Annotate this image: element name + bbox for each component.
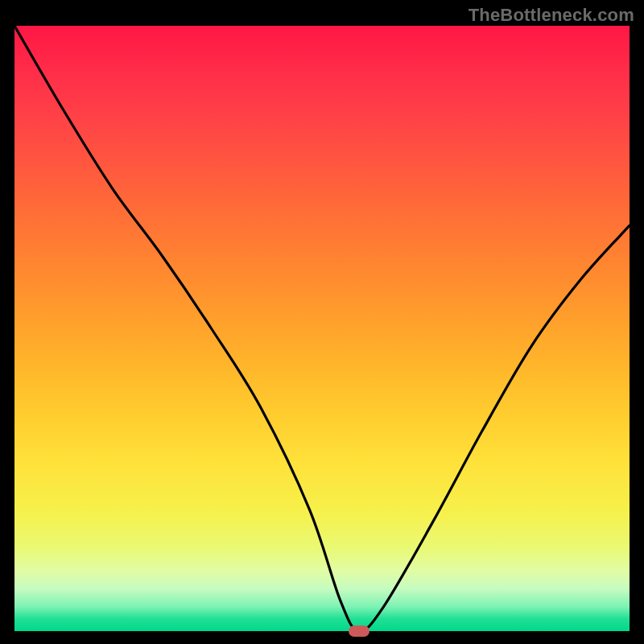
curve-svg	[14, 26, 630, 631]
chart-frame: TheBottleneck.com	[0, 0, 644, 644]
optimal-point-marker	[349, 625, 369, 637]
watermark-text: TheBottleneck.com	[469, 5, 634, 26]
plot-area	[14, 26, 630, 631]
bottleneck-curve	[14, 26, 630, 631]
